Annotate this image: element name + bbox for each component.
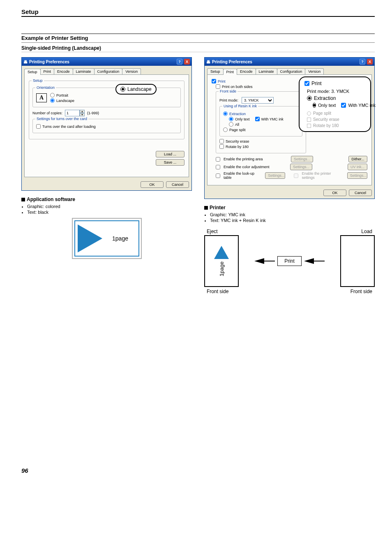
print-window: 🖶 Printing Preferences ? X Setup Print E… — [204, 57, 375, 199]
label-security-erase: Security erase — [226, 139, 249, 143]
radio-extraction[interactable] — [223, 111, 228, 116]
radio-all[interactable] — [229, 122, 233, 127]
callout-print-settings: Print Print mode: 3. YMCK Extraction Onl… — [299, 76, 371, 132]
help-icon[interactable]: ? — [360, 59, 365, 65]
label-landscape: Landscape — [56, 99, 74, 103]
tab-print[interactable]: Print — [40, 68, 55, 74]
callout-security-erase: Security erase — [313, 117, 339, 122]
settings-button-3[interactable]: Settings... — [265, 172, 285, 179]
load-button[interactable]: Load ... — [156, 151, 184, 157]
tab-version[interactable]: Version — [122, 68, 141, 74]
copies-spinner[interactable]: ▲▼ — [65, 110, 85, 116]
legend-front-side: Front side — [219, 89, 238, 93]
ok-button[interactable]: OK — [323, 190, 346, 196]
window-title: Printing Preferences — [212, 60, 252, 64]
printer-icon: 🖶 — [206, 60, 210, 64]
check-enable-printer-settings — [294, 173, 298, 178]
tab-configuration[interactable]: Configuration — [94, 68, 123, 74]
card-label: 1page — [102, 235, 138, 242]
callout-with-ymc: With YMC ink — [348, 103, 375, 108]
card-sample: 1page — [72, 218, 142, 259]
copies-row: Number of copies: ▲▼ (1-999) — [32, 110, 181, 116]
notes-printer: Printer Graphic: YMC ink Text: YMC ink +… — [204, 205, 375, 223]
label-portrait: Portrait — [56, 93, 68, 97]
note-item: Graphic: colored — [27, 204, 192, 209]
save-button[interactable]: Save ... — [156, 159, 184, 166]
window-titlebar: 🖶 Printing Preferences ? X — [205, 58, 374, 66]
settings-button-1[interactable]: Settings... — [291, 156, 313, 162]
diagram-eject: Eject — [207, 229, 218, 234]
label-all: All — [235, 123, 239, 127]
tab-print[interactable]: Print — [223, 69, 238, 75]
label-with-ymc: With YMC ink — [261, 117, 284, 121]
dither-button[interactable]: Dither... — [348, 156, 367, 162]
close-icon[interactable]: X — [184, 59, 190, 65]
radio-only-text[interactable] — [229, 117, 233, 121]
callout-check-print — [304, 81, 309, 86]
label-turns: Turns over the card after loading — [42, 125, 96, 129]
label-page-split: Page split — [229, 128, 246, 132]
tab-strip: Setup Print Encode Laminate Configuratio… — [205, 66, 374, 74]
tab-laminate[interactable]: Laminate — [256, 68, 277, 74]
copies-range: (1-999) — [87, 111, 99, 115]
callout-only-text: Only text — [318, 103, 336, 108]
copies-input[interactable] — [65, 110, 80, 116]
check-both-sides[interactable] — [216, 84, 220, 89]
legend-orientation: Orientation — [35, 86, 56, 90]
triangle-graphic — [214, 246, 229, 259]
square-icon — [21, 198, 25, 201]
radio-landscape[interactable] — [50, 98, 55, 103]
page-number: 96 — [21, 467, 375, 474]
label-print: Print — [218, 79, 226, 83]
tab-laminate[interactable]: Laminate — [73, 68, 95, 74]
callout-print-label: Print — [311, 81, 322, 86]
check-with-ymc[interactable] — [255, 117, 260, 121]
radio-icon — [307, 96, 312, 101]
square-icon — [204, 206, 208, 210]
radio-page-split[interactable] — [223, 127, 228, 132]
check-disabled-icon — [307, 118, 311, 122]
callout-print-mode: Print mode: 3. YMCK — [307, 89, 365, 94]
check-print[interactable] — [212, 79, 216, 83]
tab-encode[interactable]: Encode — [237, 68, 256, 74]
notes-heading-printer: Printer — [210, 205, 226, 210]
window-body-setup: Setup Orientation A Portrait Landscape N… — [24, 74, 189, 177]
tab-configuration[interactable]: Configuration — [277, 68, 306, 74]
spinner-up-icon[interactable]: ▲ — [80, 110, 85, 113]
tab-setup[interactable]: Setup — [24, 69, 41, 75]
radio-disabled-icon — [307, 111, 311, 116]
check-rotate-180[interactable] — [219, 144, 224, 149]
group-turns: Settings for turns over the card Turns o… — [32, 119, 181, 133]
arrow-left-icon — [304, 258, 314, 264]
label-enable-lookup: Enable the look-up table — [224, 171, 258, 180]
settings-button-2[interactable]: Settings... — [290, 164, 312, 170]
ok-button[interactable]: OK — [141, 181, 164, 188]
diagram-load: Load — [361, 229, 372, 234]
check-turns[interactable] — [36, 124, 41, 129]
cancel-button[interactable]: Cancel — [166, 181, 189, 188]
tab-version[interactable]: Version — [305, 68, 324, 74]
notes-heading-app: Application software — [27, 197, 75, 202]
settings-button-4[interactable]: Settings... — [347, 172, 367, 179]
check-security-erase[interactable] — [219, 139, 224, 143]
check-enable-printing-area[interactable] — [216, 157, 220, 162]
spinner-down-icon[interactable]: ▼ — [80, 113, 85, 116]
cancel-button[interactable]: Cancel — [349, 190, 372, 196]
check-enable-lookup[interactable] — [216, 173, 220, 178]
subsection-title: Single-sided Printing (Landscape) — [21, 45, 375, 52]
diagram-page-label: 1page — [219, 261, 225, 276]
tab-setup[interactable]: Setup — [207, 68, 224, 74]
radio-portrait[interactable] — [50, 93, 55, 97]
select-print-mode[interactable]: 3. YMCK — [242, 97, 274, 104]
uv-ink-button[interactable]: UV ink... — [348, 164, 367, 170]
callout-landscape-label: Landscape — [127, 86, 152, 92]
help-icon[interactable]: ? — [177, 59, 182, 65]
radio-icon — [120, 87, 125, 92]
tab-encode[interactable]: Encode — [54, 68, 73, 74]
legend-setup: Setup — [32, 79, 44, 83]
copies-label: Number of copies: — [32, 111, 62, 115]
diagram-print-box: Print — [277, 256, 302, 266]
check-enable-color-adj[interactable] — [216, 165, 220, 169]
close-icon[interactable]: X — [367, 59, 373, 65]
label-print-mode: Print mode: — [219, 98, 238, 102]
